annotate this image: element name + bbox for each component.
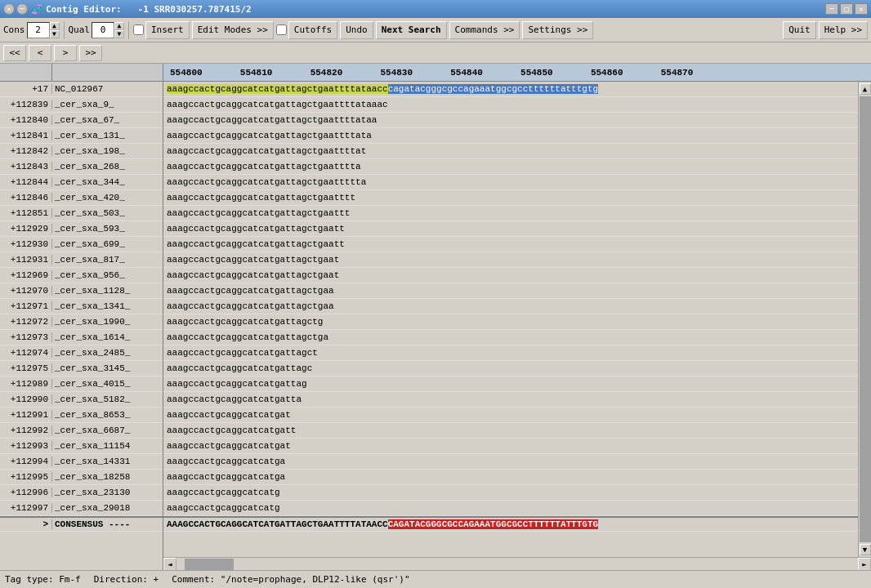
cutoffs-check[interactable] xyxy=(276,24,287,35)
row-name: _cer_sxa_3145_ xyxy=(52,363,163,373)
seq-row: aaagccactgcaggcatcatgat xyxy=(163,439,858,454)
row-name: _cer_sxa_6687_ xyxy=(52,425,163,435)
window-controls[interactable]: ✕ ─ xyxy=(3,3,28,15)
seq-row: aaagccactgcaggcatcatgattagctgaatt xyxy=(163,221,858,237)
row-name: _cer_sxa_11154 xyxy=(52,441,163,451)
horizontal-scrollbar[interactable] xyxy=(176,558,858,570)
qual-up[interactable]: ▲ xyxy=(114,22,124,30)
seq-text: aaagccactgcaggcatcatgatt xyxy=(167,425,296,435)
quit-button[interactable]: Quit xyxy=(783,21,816,39)
seq-text: aaagccactgcaggcatcatgattagctgaat xyxy=(167,255,339,265)
direction: Direction: + xyxy=(94,574,159,585)
seq-text: aaagccactgcaggcatcatgattagctgaattttata xyxy=(167,131,372,140)
seq-part2: cagatacgggcgccagaaatggcgccttttttatttgtg xyxy=(388,84,598,94)
vertical-scrollbar[interactable]: ▲ ▼ xyxy=(858,82,871,557)
settings-button[interactable]: Settings >> xyxy=(522,21,593,39)
insert-checkbox[interactable]: Insert xyxy=(133,21,190,39)
hscroll-thumb[interactable] xyxy=(185,559,234,570)
qual-input[interactable] xyxy=(92,22,114,38)
cons-arrows[interactable]: ▲ ▼ xyxy=(50,22,60,38)
seq-row: aaagccactgcaggcatcatgat xyxy=(163,408,858,423)
cons-up[interactable]: ▲ xyxy=(50,22,60,30)
left-row: +112840_cer_sxa_67_ xyxy=(0,113,163,128)
row-number: +112994 xyxy=(0,457,52,466)
seq-text: aaagccactgcaggcatcatgattagctga xyxy=(167,332,328,342)
hscroll-left-button[interactable]: ◄ xyxy=(163,558,176,570)
row-name: _cer_sxa_344_ xyxy=(52,177,163,187)
seq-row: aaagccactgcaggcatcatg xyxy=(163,501,858,516)
seq-row: aaagccactgcaggcatcatgattagctgaatttta xyxy=(163,159,858,175)
next-nav-button[interactable]: > xyxy=(54,45,77,61)
commands-button[interactable]: Commands >> xyxy=(449,21,520,39)
left-panel: +17NC_012967+112839_cer_sxa_9_+112840_ce… xyxy=(0,64,163,570)
win-maximize[interactable]: □ xyxy=(840,3,853,15)
help-button[interactable]: Help >> xyxy=(819,21,868,39)
qual-arrows[interactable]: ▲ ▼ xyxy=(114,22,124,38)
row-number: +112970 xyxy=(0,286,52,296)
scroll-up-button[interactable]: ▲ xyxy=(860,83,871,95)
hscroll-right-button[interactable]: ► xyxy=(858,558,871,570)
left-row: +112843_cer_sxa_268_ xyxy=(0,159,163,175)
row-name: _cer_sxa_14331 xyxy=(52,457,163,466)
scroll-thumb[interactable] xyxy=(860,96,871,542)
qual-spinner[interactable]: ▲ ▼ xyxy=(92,22,124,38)
cons-down[interactable]: ▼ xyxy=(50,30,60,38)
win-close[interactable]: ✕ xyxy=(855,3,868,15)
seq-row: aaagccactgcaggcatcatgattag xyxy=(163,376,858,392)
row-number: +112842 xyxy=(0,146,52,156)
seq-text: aaagccactgcaggcatcatgattagctg xyxy=(167,317,323,327)
seq-text: aaagccactgcaggcatcatgattagctgaattttataaa… xyxy=(167,100,388,109)
row-number: +112851 xyxy=(0,208,52,218)
rownum-header xyxy=(0,64,52,81)
qual-down[interactable]: ▼ xyxy=(114,30,124,38)
row-number: +112929 xyxy=(0,224,52,234)
seq-row: aaagccactgcaggcatcatga xyxy=(163,454,858,470)
row-name: NC_012967 xyxy=(52,84,163,94)
minimize-button[interactable]: ─ xyxy=(16,3,28,15)
left-row: +112996_cer_sxa_23130 xyxy=(0,485,163,501)
win-minimize[interactable]: ─ xyxy=(825,3,838,15)
insert-button[interactable]: Insert xyxy=(145,21,190,39)
left-row: +112989_cer_sxa_4015_ xyxy=(0,376,163,392)
seq-row: AAAGCCACTGCAGGCATCATGATTAGCTGAATTTTATAAC… xyxy=(163,516,858,532)
next-search-button[interactable]: Next Search xyxy=(376,21,447,39)
left-row: +112970_cer_sxa_1128_ xyxy=(0,283,163,299)
hscroll-container: ◄ ► xyxy=(163,557,871,570)
pos-554800: 554800 554810 554820 554830 554840 55485… xyxy=(163,68,693,78)
row-number: +112841 xyxy=(0,131,52,140)
prev-button[interactable]: < xyxy=(29,45,51,61)
edit-modes-button[interactable]: Edit Modes >> xyxy=(192,21,274,39)
cons-input[interactable] xyxy=(27,22,50,38)
left-row: +112971_cer_sxa_1341_ xyxy=(0,299,163,314)
scroll-down-button[interactable]: ▼ xyxy=(860,544,871,555)
row-number: +112843 xyxy=(0,162,52,172)
row-number: > xyxy=(0,519,52,529)
row-name: _cer_sxa_1614_ xyxy=(52,332,163,342)
cutoffs-checkbox[interactable]: Cutoffs xyxy=(276,21,337,39)
rowname-header xyxy=(52,64,163,81)
first-button[interactable]: << xyxy=(3,45,26,61)
seq-text: aaagccactgcaggcatcatgatta xyxy=(167,394,302,404)
seq-text: aaagccactgcaggcatcatgattagctgaatttta xyxy=(167,162,361,172)
seq-row: aaagccactgcaggcatcatgattagctgaattttata xyxy=(163,128,858,144)
seq-row: aaagccactgcaggcatcatgattagctgaat xyxy=(163,268,858,283)
seq-row: aaagccactgcaggcatcatgattagctgaatt xyxy=(163,237,858,252)
seq-text: aaagccactgcaggcatcatgattagc xyxy=(167,363,312,373)
insert-check[interactable] xyxy=(133,24,144,35)
last-button[interactable]: >> xyxy=(79,45,102,61)
cutoffs-button[interactable]: Cutoffs xyxy=(288,21,337,39)
left-row: +112969_cer_sxa_956_ xyxy=(0,268,163,283)
row-number: +112997 xyxy=(0,503,52,513)
row-number: +112972 xyxy=(0,317,52,327)
close-button[interactable]: ✕ xyxy=(3,3,15,15)
seq-text: aaagccactgcaggcatcatgat xyxy=(167,441,291,451)
seq-row: aaagccactgcaggcatcatgattagctgaattttta xyxy=(163,175,858,190)
seq-row: aaagccactgcaggcatcatgattagc xyxy=(163,361,858,376)
seq-text: aaagccactgcaggcatcatg xyxy=(167,488,280,497)
seq-row: aaagccactgcaggcatcatgattagctgaattttat xyxy=(163,144,858,159)
undo-button[interactable]: Undo xyxy=(340,21,373,39)
title-bar: ✕ ─ 🧬 Contig Editor: -1 SRR030257.787415… xyxy=(0,0,871,18)
seq-row: aaagccactgcaggcatcatga xyxy=(163,470,858,485)
cons-spinner[interactable]: ▲ ▼ xyxy=(27,22,60,38)
title-bar-right[interactable]: ─ □ ✕ xyxy=(825,3,868,15)
